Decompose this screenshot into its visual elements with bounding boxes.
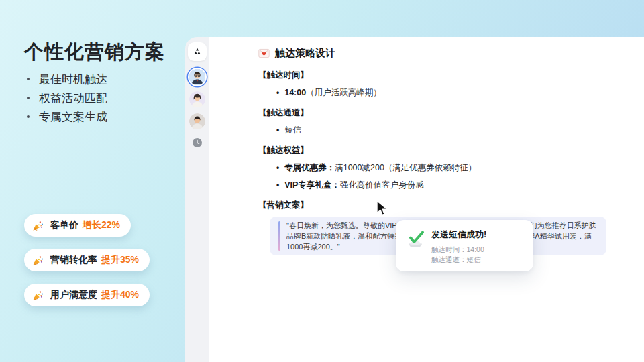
- section-heading-copy: 【营销文案】: [258, 200, 617, 210]
- metric-label: 营销转化率: [50, 254, 97, 266]
- feature-label: 权益活动匹配: [39, 90, 107, 106]
- metric-badge-satisfaction: 用户满意度 提升40%: [24, 284, 150, 306]
- check-success-icon: [405, 229, 425, 249]
- metric-badge-conversion: 营销转化率 提升35%: [24, 249, 150, 272]
- mouse-cursor-icon: [373, 199, 390, 217]
- list-item: • 14:00（用户活跃高峰期）: [276, 87, 617, 98]
- metric-label: 客单价: [50, 219, 78, 231]
- agent-avatar-male-glasses[interactable]: [189, 69, 205, 85]
- metric-badge-avg-order: 客单价 增长22%: [24, 214, 131, 237]
- bullet-icon: •: [276, 87, 279, 98]
- toast-sms-success: 发送短信成功! 触达时间：14:00 触达通道：短信: [396, 220, 533, 272]
- toast-body: 发送短信成功! 触达时间：14:00 触达通道：短信: [431, 227, 486, 265]
- metric-label: 用户满意度: [50, 289, 97, 301]
- section-heading-time: 【触达时间】: [258, 70, 617, 80]
- app-logo-icon[interactable]: [188, 42, 207, 61]
- party-popper-icon: [32, 289, 44, 302]
- quote-bar: [278, 221, 280, 251]
- section-heading-channel: 【触达通道】: [258, 107, 617, 118]
- list-item: • VIP专享礼盒：强化高价值客户身份感: [276, 180, 617, 190]
- page: 个性化营销方案 最佳时机触达 权益活动匹配 专属文案生成 客单价: [0, 0, 644, 362]
- bullet-dot-icon: [27, 78, 30, 80]
- bullet-icon: •: [276, 162, 279, 173]
- feature-label: 专属文案生成: [39, 109, 107, 125]
- app-panel: 触达策略设计 【触达时间】 • 14:00（用户活跃高峰期） 【触达通道】 • …: [185, 37, 644, 362]
- history-clock-icon[interactable]: [192, 137, 203, 148]
- bullet-dot-icon: [27, 97, 30, 99]
- metric-value: 提升35%: [101, 254, 139, 266]
- party-popper-icon: [32, 254, 44, 267]
- feature-item: 最佳时机触达: [25, 70, 107, 88]
- feature-item: 权益活动匹配: [25, 88, 107, 107]
- list-item: • 专属优惠券：满1000减200（满足优惠券依赖特征）: [276, 162, 617, 173]
- bullet-icon: •: [276, 180, 279, 190]
- bullet-icon: •: [276, 125, 279, 135]
- toast-title: 发送短信成功!: [431, 229, 486, 241]
- toast-detail-channel: 触达通道：短信: [431, 255, 486, 265]
- section-heading-benefit: 【触达权益】: [258, 145, 617, 156]
- feature-label: 最佳时机触达: [39, 72, 107, 87]
- metric-value: 提升40%: [101, 289, 139, 301]
- metric-badges: 客单价 增长22% 营销转化率 提升35%: [24, 214, 150, 306]
- page-title: 个性化营销方案: [24, 39, 165, 66]
- agent-avatar-male[interactable]: [189, 113, 205, 129]
- sidebar-rail: [185, 37, 209, 362]
- love-letter-icon: [258, 48, 270, 58]
- document-title: 触达策略设计: [275, 47, 335, 60]
- toast-detail-time: 触达时间：14:00: [431, 245, 486, 255]
- feature-item: 专属文案生成: [25, 107, 107, 126]
- party-popper-icon: [32, 219, 44, 232]
- document-title-row: 触达策略设计: [258, 46, 617, 60]
- bullet-dot-icon: [27, 115, 30, 118]
- feature-list: 最佳时机触达 权益活动匹配 专属文案生成: [25, 70, 107, 126]
- list-item: • 短信: [276, 125, 617, 135]
- metric-value: 增长22%: [83, 219, 120, 231]
- document: 触达策略设计 【触达时间】 • 14:00（用户活跃高峰期） 【触达通道】 • …: [209, 37, 644, 362]
- agent-avatar-female[interactable]: [189, 91, 205, 107]
